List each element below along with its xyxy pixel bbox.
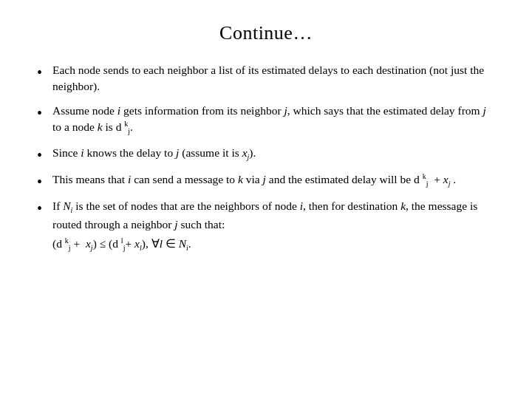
bullet-dot-4: • [37,173,42,191]
bullet-text-1: Each node sends to each neighbor a list … [52,62,495,95]
bullet-dot-3: • [37,146,42,164]
slide-container: Continue… • Each node sends to each neig… [0,0,532,399]
bullet-item-2: • Assume node i gets information from it… [37,103,495,137]
bullet-item-3: • Since i knows the delay to j (assume i… [37,145,495,164]
bullet-item-4: • This means that i can send a message t… [37,171,495,191]
bullet-dot-5: • [37,200,42,217]
bullet-text-2: Assume node i gets information from its … [52,103,495,137]
bullet-item-1: • Each node sends to each neighbor a lis… [37,62,495,95]
bullet-text-5: If Ni is the set of nodes that are the n… [52,198,495,254]
bullet-list: • Each node sends to each neighbor a lis… [37,62,495,254]
bullet-item-5: • If Ni is the set of nodes that are the… [37,198,495,254]
slide-title: Continue… [37,22,495,44]
bullet-dot-1: • [37,64,42,81]
bullet-text-4: This means that i can send a message to … [52,171,495,190]
bullet-dot-2: • [37,104,42,122]
math-formula: (d kj + xj) ≤ (d lj+ xl), ∀l ∈ Ni. [52,236,495,254]
bullet-text-3: Since i knows the delay to j (assume it … [52,145,495,163]
